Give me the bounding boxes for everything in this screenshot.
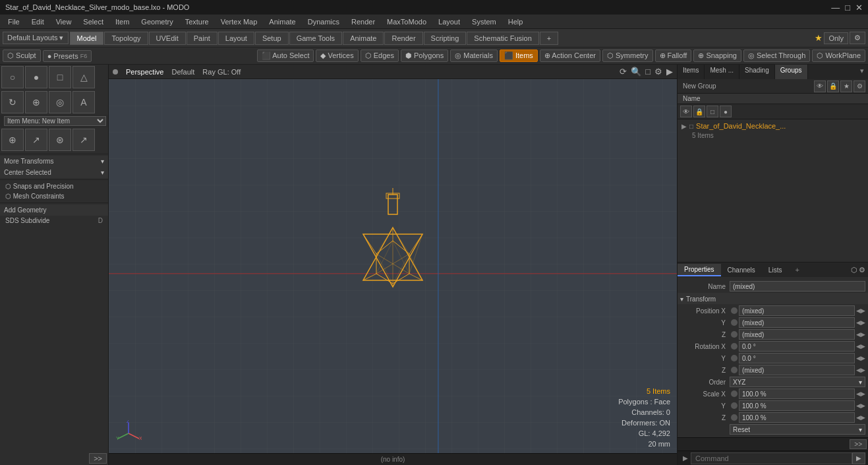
3d-viewport[interactable]: Perspective Default Ray GL: Off ⟳ 🔍 □ ⚙ … bbox=[109, 65, 677, 453]
row-frame-btn[interactable]: □ bbox=[707, 106, 718, 117]
tool-icon-2[interactable]: ● bbox=[25, 66, 47, 88]
menu-geometry[interactable]: Geometry bbox=[136, 16, 178, 27]
item-row-necklace[interactable]: ▶ □ Star_of_David_Necklace_... bbox=[679, 121, 867, 131]
more-transforms-section[interactable]: More Transforms ▾ bbox=[0, 156, 108, 167]
tab-paint[interactable]: Paint bbox=[187, 32, 217, 45]
prop-rot-x-arrow[interactable]: ◀▶ bbox=[856, 343, 865, 350]
menu-help[interactable]: Help bbox=[503, 16, 529, 27]
prop-position-x-value[interactable]: (mixed) bbox=[739, 305, 855, 316]
add-props-tab-btn[interactable]: + bbox=[791, 264, 803, 276]
eye-icon-btn[interactable]: 👁 bbox=[814, 80, 826, 92]
tool-icon-10[interactable]: ↗ bbox=[25, 129, 47, 151]
tab-mesh[interactable]: Mesh ... bbox=[705, 65, 739, 79]
tab-animate[interactable]: Animate bbox=[343, 32, 384, 45]
items-button[interactable]: ⬛ Items bbox=[500, 49, 538, 62]
row-lock-btn[interactable]: 🔒 bbox=[693, 106, 705, 117]
viewport-orbit-btn[interactable]: ⟳ bbox=[620, 67, 627, 77]
item-menu-dropdown[interactable]: Item Menu: New Item bbox=[4, 116, 106, 126]
center-selected-section[interactable]: Center Selected ▾ bbox=[0, 167, 108, 178]
tool-icon-12[interactable]: ↗ bbox=[72, 129, 95, 151]
tool-icon-1[interactable]: ○ bbox=[1, 66, 24, 88]
tab-render[interactable]: Render bbox=[384, 32, 422, 45]
prop-z-arrow[interactable]: ◀▶ bbox=[856, 331, 865, 338]
presets-button[interactable]: ● Presets F6 bbox=[43, 50, 92, 62]
menu-view[interactable]: View bbox=[51, 16, 77, 27]
viewport-maximize-btn[interactable]: ▶ bbox=[666, 67, 673, 77]
row-eye-btn[interactable]: 👁 bbox=[680, 106, 692, 117]
tab-properties[interactable]: Properties bbox=[678, 264, 721, 276]
prop-rotation-x-value[interactable]: 0.0 ° bbox=[739, 341, 855, 352]
menu-dynamics[interactable]: Dynamics bbox=[303, 16, 345, 27]
tool-icon-7[interactable]: ◎ bbox=[49, 91, 71, 113]
menu-edit[interactable]: Edit bbox=[26, 16, 49, 27]
workplane-button[interactable]: ⬡ WorkPlane bbox=[812, 49, 865, 62]
prop-rotation-z-value[interactable]: (mixed) bbox=[739, 365, 855, 375]
tool-icon-8[interactable]: A bbox=[72, 91, 95, 113]
select-through-button[interactable]: ◎ Select Through bbox=[743, 49, 810, 62]
menu-maxtomodo[interactable]: MaxToModo bbox=[382, 16, 432, 27]
command-run-btn[interactable]: ▶ bbox=[852, 452, 865, 464]
row-dot-btn[interactable]: ● bbox=[720, 106, 732, 117]
prop-position-y-value[interactable]: (mixed) bbox=[739, 317, 855, 328]
tool-icon-5[interactable]: ↻ bbox=[1, 91, 24, 113]
tab-items[interactable]: Items bbox=[678, 65, 705, 79]
tool-icon-9[interactable]: ⊕ bbox=[1, 129, 24, 151]
sculpt-button[interactable]: ⬡ Sculpt bbox=[3, 49, 41, 62]
prop-reset-dropdown[interactable]: Reset▾ bbox=[730, 424, 865, 435]
tool-icon-6[interactable]: ⊕ bbox=[25, 91, 47, 113]
tab-game-tools[interactable]: Game Tools bbox=[289, 32, 343, 45]
settings-icon[interactable]: ⚙ bbox=[850, 32, 865, 44]
menu-render[interactable]: Render bbox=[346, 16, 380, 27]
tab-topology[interactable]: Topology bbox=[104, 32, 148, 45]
falloff-button[interactable]: ⊕ Falloff bbox=[655, 49, 692, 62]
prop-scale-z-arrow[interactable]: ◀▶ bbox=[856, 414, 865, 421]
snapping-button[interactable]: ⊕ Snapping bbox=[693, 49, 741, 62]
props-expand-btn-bottom[interactable]: >> bbox=[850, 439, 867, 449]
menu-vertex-map[interactable]: Vertex Map bbox=[216, 16, 263, 27]
minimize-button[interactable]: — bbox=[831, 3, 840, 13]
maximize-button[interactable]: □ bbox=[845, 3, 850, 13]
star-icon-btn[interactable]: ★ bbox=[840, 80, 852, 92]
settings2-icon-btn[interactable]: ⚙ bbox=[854, 80, 865, 92]
tool-icon-3[interactable]: □ bbox=[49, 66, 71, 88]
tab-layout[interactable]: Layout bbox=[218, 32, 254, 45]
props-settings-btn[interactable]: ⚙ bbox=[859, 266, 865, 274]
tab-scripting[interactable]: Scripting bbox=[424, 32, 467, 45]
tab-groups[interactable]: Groups bbox=[775, 65, 808, 79]
snaps-precision-btn[interactable]: ⬡ Snaps and Precision bbox=[0, 181, 108, 191]
lock-icon-btn[interactable]: 🔒 bbox=[827, 80, 839, 92]
prop-position-z-value[interactable]: (mixed) bbox=[739, 329, 855, 340]
props-expand-btn[interactable]: ⬡ bbox=[851, 266, 857, 274]
prop-scale-x-arrow[interactable]: ◀▶ bbox=[856, 390, 865, 397]
prop-x-arrow[interactable]: ◀▶ bbox=[856, 307, 865, 314]
menu-file[interactable]: File bbox=[3, 16, 25, 27]
tab-channels[interactable]: Channels bbox=[721, 264, 762, 276]
edges-button[interactable]: ⬡ Edges bbox=[361, 49, 399, 62]
tab-lists[interactable]: Lists bbox=[762, 264, 789, 276]
prop-scale-x-value[interactable]: 100.0 % bbox=[739, 388, 855, 399]
prop-name-value[interactable]: (mixed) bbox=[730, 281, 865, 292]
new-group-btn[interactable]: New Group bbox=[680, 82, 719, 90]
viewport-settings-btn[interactable]: ⚙ bbox=[654, 67, 662, 77]
layout-dropdown[interactable]: Default Layouts ▾ bbox=[3, 32, 69, 44]
tab-model[interactable]: Model bbox=[70, 32, 104, 45]
prop-scale-y-value[interactable]: 100.0 % bbox=[739, 400, 855, 411]
viewport-zoom-btn[interactable]: 🔍 bbox=[631, 67, 641, 77]
prop-rotation-y-value[interactable]: 0.0 ° bbox=[739, 353, 855, 363]
materials-button[interactable]: ◎ Materials bbox=[450, 49, 498, 62]
expand-left-btn[interactable]: >> bbox=[89, 453, 107, 464]
menu-select[interactable]: Select bbox=[78, 16, 109, 27]
viewport-frame-btn[interactable]: □ bbox=[645, 67, 651, 77]
only-button[interactable]: Only bbox=[824, 32, 848, 44]
tab-add[interactable]: + bbox=[540, 32, 558, 45]
action-center-button[interactable]: ⊕ Action Center bbox=[540, 49, 600, 62]
titlebar-controls[interactable]: — □ ✕ bbox=[831, 3, 863, 13]
mesh-constraints-btn[interactable]: ⬡ Mesh Constraints bbox=[0, 191, 108, 201]
tab-setup[interactable]: Setup bbox=[255, 32, 289, 45]
menu-item[interactable]: Item bbox=[110, 16, 134, 27]
menu-texture[interactable]: Texture bbox=[180, 16, 214, 27]
prop-y-arrow[interactable]: ◀▶ bbox=[856, 319, 865, 326]
tool-icon-11[interactable]: ⊛ bbox=[49, 129, 71, 151]
menu-system[interactable]: System bbox=[467, 16, 502, 27]
tab-schematic-fusion[interactable]: Schematic Fusion bbox=[467, 32, 538, 45]
